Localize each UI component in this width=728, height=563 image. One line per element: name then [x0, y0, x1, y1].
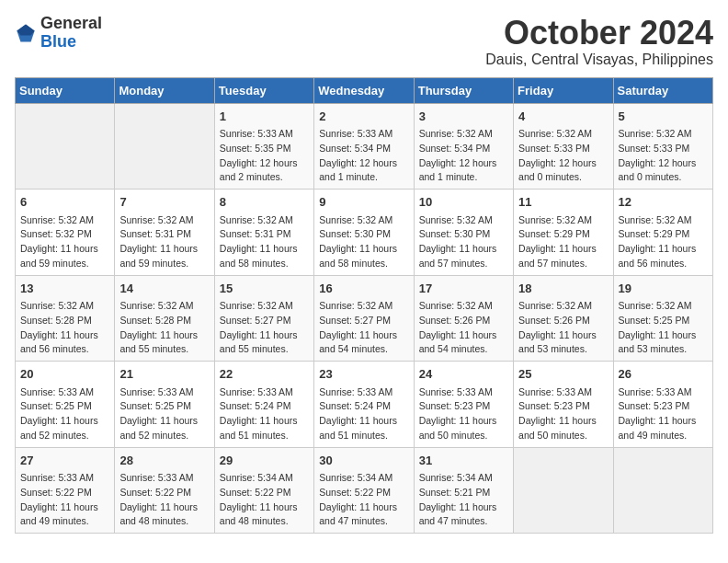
day-info: Sunrise: 5:32 AM Sunset: 5:31 PM Dayligh… — [220, 213, 309, 271]
page-header: General Blue October 2024 Dauis, Central… — [15, 15, 713, 68]
day-cell: 1Sunrise: 5:33 AM Sunset: 5:35 PM Daylig… — [214, 103, 313, 190]
day-cell: 10Sunrise: 5:32 AM Sunset: 5:30 PM Dayli… — [414, 190, 513, 276]
day-number: 31 — [419, 452, 508, 470]
week-row-3: 13Sunrise: 5:32 AM Sunset: 5:28 PM Dayli… — [16, 275, 713, 362]
day-cell: 27Sunrise: 5:33 AM Sunset: 5:22 PM Dayli… — [16, 447, 115, 534]
day-cell: 16Sunrise: 5:32 AM Sunset: 5:27 PM Dayli… — [314, 275, 414, 362]
day-cell: 9Sunrise: 5:32 AM Sunset: 5:30 PM Daylig… — [314, 190, 414, 276]
day-number: 21 — [119, 365, 209, 384]
day-cell: 2Sunrise: 5:33 AM Sunset: 5:34 PM Daylig… — [314, 103, 414, 190]
day-info: Sunrise: 5:32 AM Sunset: 5:25 PM Dayligh… — [619, 299, 708, 357]
day-number: 14 — [119, 280, 209, 298]
day-number: 3 — [419, 108, 508, 126]
day-number: 30 — [319, 452, 408, 470]
day-number: 23 — [319, 365, 408, 384]
svg-marker-1 — [17, 24, 34, 35]
day-info: Sunrise: 5:32 AM Sunset: 5:29 PM Dayligh… — [619, 213, 708, 271]
title-block: October 2024 Dauis, Central Visayas, Phi… — [485, 15, 713, 68]
day-info: Sunrise: 5:33 AM Sunset: 5:22 PM Dayligh… — [119, 471, 209, 529]
month-year-title: October 2024 — [485, 15, 713, 52]
day-cell: 15Sunrise: 5:32 AM Sunset: 5:27 PM Dayli… — [214, 275, 313, 362]
header-cell-friday: Friday — [514, 77, 613, 103]
day-number: 17 — [419, 280, 508, 298]
logo-text: General Blue — [40, 15, 102, 52]
day-number: 12 — [619, 193, 708, 212]
day-info: Sunrise: 5:32 AM Sunset: 5:29 PM Dayligh… — [518, 213, 608, 271]
day-number: 13 — [20, 280, 109, 298]
day-cell: 13Sunrise: 5:32 AM Sunset: 5:28 PM Dayli… — [16, 275, 115, 362]
header-cell-monday: Monday — [115, 77, 214, 103]
day-cell — [613, 447, 712, 534]
day-info: Sunrise: 5:34 AM Sunset: 5:22 PM Dayligh… — [220, 471, 309, 529]
day-number: 26 — [619, 365, 708, 384]
week-row-4: 20Sunrise: 5:33 AM Sunset: 5:25 PM Dayli… — [16, 362, 713, 448]
day-cell: 8Sunrise: 5:32 AM Sunset: 5:31 PM Daylig… — [214, 190, 313, 276]
day-cell — [115, 103, 214, 190]
day-info: Sunrise: 5:32 AM Sunset: 5:30 PM Dayligh… — [319, 213, 408, 271]
day-cell: 3Sunrise: 5:32 AM Sunset: 5:34 PM Daylig… — [414, 103, 513, 190]
location-subtitle: Dauis, Central Visayas, Philippines — [485, 52, 713, 68]
week-row-1: 1Sunrise: 5:33 AM Sunset: 5:35 PM Daylig… — [16, 103, 713, 190]
day-info: Sunrise: 5:33 AM Sunset: 5:34 PM Dayligh… — [319, 127, 408, 185]
day-cell — [16, 103, 115, 190]
day-cell: 22Sunrise: 5:33 AM Sunset: 5:24 PM Dayli… — [214, 362, 313, 448]
day-info: Sunrise: 5:32 AM Sunset: 5:26 PM Dayligh… — [419, 299, 508, 357]
day-cell: 23Sunrise: 5:33 AM Sunset: 5:24 PM Dayli… — [314, 362, 414, 448]
day-info: Sunrise: 5:32 AM Sunset: 5:30 PM Dayligh… — [419, 213, 508, 271]
day-cell: 31Sunrise: 5:34 AM Sunset: 5:21 PM Dayli… — [414, 447, 513, 534]
day-cell: 21Sunrise: 5:33 AM Sunset: 5:25 PM Dayli… — [115, 362, 214, 448]
day-info: Sunrise: 5:32 AM Sunset: 5:28 PM Dayligh… — [119, 299, 209, 357]
day-number: 4 — [518, 108, 608, 126]
day-info: Sunrise: 5:34 AM Sunset: 5:22 PM Dayligh… — [319, 471, 408, 529]
day-cell: 17Sunrise: 5:32 AM Sunset: 5:26 PM Dayli… — [414, 275, 513, 362]
day-info: Sunrise: 5:32 AM Sunset: 5:34 PM Dayligh… — [419, 127, 508, 185]
header-cell-tuesday: Tuesday — [214, 77, 313, 103]
day-cell: 12Sunrise: 5:32 AM Sunset: 5:29 PM Dayli… — [613, 190, 712, 276]
day-number: 16 — [319, 280, 408, 298]
day-cell: 25Sunrise: 5:33 AM Sunset: 5:23 PM Dayli… — [514, 362, 613, 448]
day-info: Sunrise: 5:33 AM Sunset: 5:25 PM Dayligh… — [119, 385, 209, 443]
week-row-5: 27Sunrise: 5:33 AM Sunset: 5:22 PM Dayli… — [16, 447, 713, 534]
day-info: Sunrise: 5:33 AM Sunset: 5:24 PM Dayligh… — [220, 385, 309, 443]
day-cell: 14Sunrise: 5:32 AM Sunset: 5:28 PM Dayli… — [115, 275, 214, 362]
day-cell — [514, 447, 613, 534]
day-number: 29 — [220, 452, 309, 470]
day-number: 2 — [319, 108, 408, 126]
day-info: Sunrise: 5:32 AM Sunset: 5:27 PM Dayligh… — [319, 299, 408, 357]
day-number: 8 — [220, 193, 309, 212]
day-cell: 29Sunrise: 5:34 AM Sunset: 5:22 PM Dayli… — [214, 447, 313, 534]
day-number: 24 — [419, 365, 508, 384]
day-number: 1 — [220, 108, 309, 126]
day-number: 27 — [20, 452, 109, 470]
day-number: 18 — [518, 280, 608, 298]
day-info: Sunrise: 5:32 AM Sunset: 5:33 PM Dayligh… — [518, 127, 608, 185]
day-number: 6 — [20, 193, 109, 212]
day-info: Sunrise: 5:32 AM Sunset: 5:27 PM Dayligh… — [220, 299, 309, 357]
day-cell: 18Sunrise: 5:32 AM Sunset: 5:26 PM Dayli… — [514, 275, 613, 362]
day-cell: 20Sunrise: 5:33 AM Sunset: 5:25 PM Dayli… — [16, 362, 115, 448]
day-cell: 26Sunrise: 5:33 AM Sunset: 5:23 PM Dayli… — [613, 362, 712, 448]
day-cell: 24Sunrise: 5:33 AM Sunset: 5:23 PM Dayli… — [414, 362, 513, 448]
day-number: 5 — [619, 108, 708, 126]
day-cell: 4Sunrise: 5:32 AM Sunset: 5:33 PM Daylig… — [514, 103, 613, 190]
day-cell: 30Sunrise: 5:34 AM Sunset: 5:22 PM Dayli… — [314, 447, 414, 534]
day-info: Sunrise: 5:34 AM Sunset: 5:21 PM Dayligh… — [419, 471, 508, 529]
day-cell: 28Sunrise: 5:33 AM Sunset: 5:22 PM Dayli… — [115, 447, 214, 534]
day-info: Sunrise: 5:33 AM Sunset: 5:23 PM Dayligh… — [518, 385, 608, 443]
day-number: 7 — [119, 193, 209, 212]
day-info: Sunrise: 5:33 AM Sunset: 5:24 PM Dayligh… — [319, 385, 408, 443]
calendar-header: SundayMondayTuesdayWednesdayThursdayFrid… — [16, 77, 713, 103]
day-number: 28 — [119, 452, 209, 470]
day-number: 19 — [619, 280, 708, 298]
day-number: 9 — [319, 193, 408, 212]
header-cell-thursday: Thursday — [414, 77, 513, 103]
day-cell: 5Sunrise: 5:32 AM Sunset: 5:33 PM Daylig… — [613, 103, 712, 190]
day-info: Sunrise: 5:33 AM Sunset: 5:23 PM Dayligh… — [619, 385, 708, 443]
day-number: 10 — [419, 193, 508, 212]
day-info: Sunrise: 5:32 AM Sunset: 5:33 PM Dayligh… — [619, 127, 708, 185]
day-number: 22 — [220, 365, 309, 384]
day-cell: 7Sunrise: 5:32 AM Sunset: 5:31 PM Daylig… — [115, 190, 214, 276]
day-info: Sunrise: 5:32 AM Sunset: 5:28 PM Dayligh… — [20, 299, 109, 357]
day-info: Sunrise: 5:33 AM Sunset: 5:25 PM Dayligh… — [20, 385, 109, 443]
day-info: Sunrise: 5:33 AM Sunset: 5:23 PM Dayligh… — [419, 385, 508, 443]
